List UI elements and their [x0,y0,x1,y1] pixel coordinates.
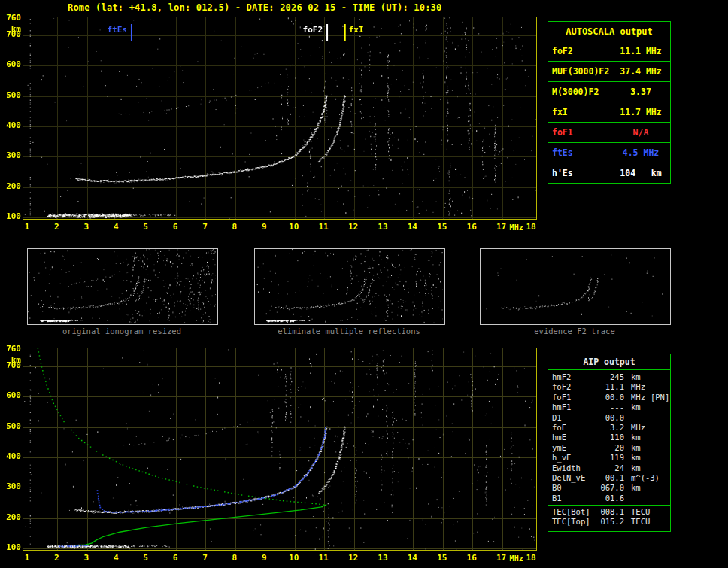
aip-row-value: 015.2 [599,517,624,527]
aip-row-unit: m^(-3) [631,473,660,483]
main-ionogram-canvas [23,17,536,219]
autoscala-row-label: ftEs [548,143,611,163]
autoscala-row-label: MUF(3000)F2 [548,62,611,81]
autoscala-table-row: h'Es104 km [548,163,670,183]
marker-label-foF2: foF2 [290,25,323,35]
autoscala-row-value: 11.1 MHz [611,41,670,61]
aip-row-unit: km [631,402,641,412]
aip-row-label: TEC[Bot] [552,507,599,517]
autoscala-row-value: N/A [611,123,670,142]
x-tick-label: 8 [226,553,243,563]
autoscala-table-row: foF1N/A [548,123,670,143]
aip-table-row: TEC[Bot]008.1TECU [548,505,670,517]
aip-table-row: foF100.0MHz[PN] [548,393,670,402]
autoscala-row-value: 4.5 MHz [611,143,670,163]
aip-table-row: B101.6 [548,494,670,503]
aip-row-label: B0 [552,483,599,493]
x-tick-label: 15 [434,553,450,563]
aip-row-value: 01.6 [599,494,624,503]
y-tick-label: 100 [2,211,21,221]
x-tick-label: 9 [256,553,272,563]
x-tick-label: 4 [108,222,124,232]
aip-output-table: AIP output hmF2245kmfoF211.1MHzfoF100.0M… [548,354,671,532]
aip-row-label: foE [552,423,599,433]
autoscala-table-header: AUTOSCALA output [548,22,670,41]
x-tick-label: 14 [404,553,420,563]
aip-table-row: DelN_vE00.1m^(-3) [548,473,670,483]
aip-row-unit: TECU [631,517,650,527]
x-tick-label: 4 [108,553,124,563]
autoscala-table-row: MUF(3000)F237.4 MHz [548,62,670,82]
x-tick-label: 10 [286,222,302,232]
x-tick-label: 17 [493,553,510,563]
autoscala-row-label: M(3000)F2 [548,82,611,102]
x-tick-label: 6 [167,222,184,232]
aip-row-unit: km [631,433,641,442]
thumbnail-evidence-f2-trace [480,248,671,325]
x-tick-label: 11 [315,553,332,563]
y-tick-label: 760 [2,344,21,354]
aip-table-body: hmF2245kmfoF211.1MHzfoF100.0MHz[PN]hmF1-… [548,372,670,527]
aip-row-label: hmE [552,433,599,442]
aip-row-unit: km [631,483,641,493]
x-tick-label: 13 [375,553,391,563]
x-tick-label: 2 [48,553,65,563]
aip-table-row: h_vE119km [548,453,670,463]
aip-row-label: B1 [552,494,599,503]
aip-row-value: 00.0 [599,413,624,423]
aip-row-value: 24 [599,463,624,473]
thumbnail-canvas-original [28,249,216,323]
x-tick-label: 9 [256,222,272,232]
y-tick-label: 100 [2,542,21,552]
y-tick-label: 200 [2,512,21,522]
aip-row-value: 067.0 [599,483,624,493]
aip-row-value: 20 [599,443,624,453]
x-tick-label: 13 [375,222,391,232]
x-tick-label: 1 [19,222,35,232]
aip-row-unit: km [631,372,641,382]
main-ionogram-plot [23,17,537,220]
aip-row-value: 119 [599,453,624,463]
y-tick-label: 200 [2,181,21,191]
thumbnail-caption-evidence-f2: evidence F2 trace [480,327,669,336]
aip-ionogram-plot [23,348,537,551]
aip-table-row: hmF1---km [548,402,670,412]
y-tick-label: 300 [2,481,21,491]
x-tick-label: 3 [78,553,95,563]
x-tick-label: 16 [463,222,480,232]
autoscala-row-value: 37.4 MHz [611,62,670,81]
x-tick-label: 6 [167,553,184,563]
aip-row-unit: MHz [631,423,645,433]
x-tick-label: 18 [523,222,539,232]
y-tick-label: 400 [2,451,21,461]
aip-table-row: B0067.0km [548,483,670,493]
aip-row-value: 3.2 [599,423,624,433]
x-tick-label: 14 [404,222,420,232]
x-tick-label: 12 [345,222,362,232]
aip-row-value: 008.1 [599,507,624,517]
aip-row-label: hmF1 [552,402,599,412]
autoscala-row-label: foF2 [548,41,611,61]
aip-table-row: hmF2245km [548,372,670,382]
autoscala-table-body: foF211.1 MHzMUF(3000)F237.4 MHzM(3000)F2… [548,41,670,183]
aip-row-unit: MHz [631,382,645,392]
autoscala-table-row: fxI11.7 MHz [548,102,670,123]
x-tick-label: 7 [196,553,213,563]
x-tick-label: 3 [78,222,95,232]
x-tick-label: 15 [434,222,450,232]
y-axis-unit-label: km [2,355,21,365]
x-tick-label: 5 [138,222,154,232]
aip-row-label: foF1 [552,393,599,402]
autoscala-row-value: 11.7 MHz [611,102,670,122]
x-tick-label: 7 [196,222,213,232]
station-date-header: Rome (lat: +41.8, lon: 012.5) - DATE: 20… [68,2,441,13]
x-tick-label: 5 [138,553,154,563]
aip-row-unit: TECU [631,507,650,517]
thumbnail-original-ionogram [27,248,218,325]
marker-label-ftEs: ftEs [94,25,127,35]
aip-row-value: 110 [599,433,624,442]
aip-row-unit: km [631,463,641,473]
aip-row-label: ymE [552,443,599,453]
x-axis-unit-label: MHz [510,554,523,563]
y-tick-label: 500 [2,90,21,100]
